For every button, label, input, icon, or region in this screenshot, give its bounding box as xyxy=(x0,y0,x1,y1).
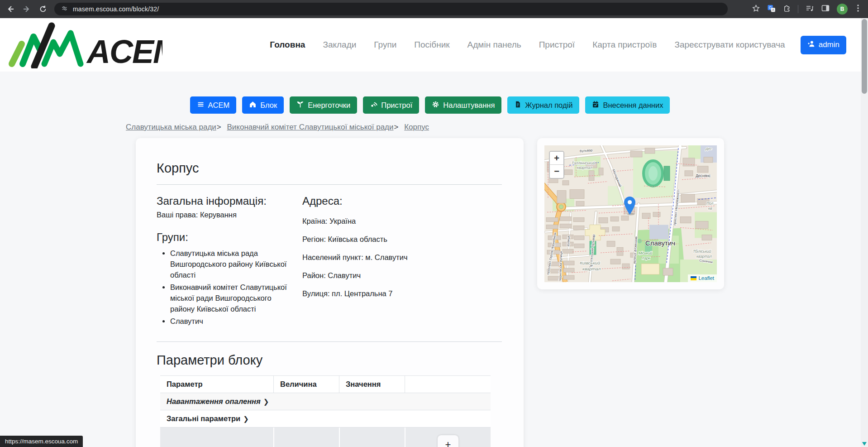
svg-text:A: A xyxy=(772,8,774,12)
nav-register-user[interactable]: Зареєструвати користувача xyxy=(674,40,785,50)
nav-holovna[interactable]: Головна xyxy=(270,40,305,50)
breadcrumb-link-rada[interactable]: Славутицька міська ради xyxy=(126,123,216,131)
site-info-icon[interactable] xyxy=(61,5,68,14)
map-label-pol-quarter: Пол xyxy=(706,201,714,206)
divider xyxy=(157,341,502,342)
devices-button[interactable]: Пристрої xyxy=(363,96,419,114)
page-title: Корпус xyxy=(157,161,502,176)
url-bar[interactable]: masem.escoua.com/block/32/ xyxy=(54,3,728,15)
map-attribution: Leaflet xyxy=(688,274,717,282)
nav-karta-prystroiv[interactable]: Карта пристроїв xyxy=(592,40,657,50)
groups-list: Славутицька міська рада Вишгородського р… xyxy=(157,248,295,327)
map-label-city-slavutych: Славутич xyxy=(645,239,675,247)
scrollbar-thumb[interactable] xyxy=(862,19,867,94)
back-icon[interactable] xyxy=(5,3,16,15)
admin-button-label: admin xyxy=(819,40,839,49)
nav-posibnyk[interactable]: Посібник xyxy=(414,40,449,50)
gear-icon xyxy=(432,101,439,110)
seedling-icon xyxy=(296,101,304,110)
col-parametr: Параметр xyxy=(160,375,273,393)
leaflet-map[interactable]: Таллiннський квартал бульвар Молодіжний … xyxy=(544,145,717,282)
map-zoom-in-button[interactable]: + xyxy=(550,152,563,165)
divider xyxy=(157,184,502,185)
col-empty xyxy=(405,375,491,393)
param-row-heating[interactable]: Навантаження опалення❯ xyxy=(160,393,491,410)
group-item: Славутич xyxy=(170,316,295,327)
map-label-city-park: парк xyxy=(642,256,651,260)
block-params-heading: Параметри блоку xyxy=(157,353,502,368)
home-icon xyxy=(249,101,257,110)
nav-admin-panel[interactable]: Адмін панель xyxy=(467,40,521,50)
address-heading: Адреса: xyxy=(302,195,502,207)
bookmark-star-icon[interactable] xyxy=(752,4,760,14)
extensions-icon[interactable] xyxy=(782,4,791,14)
map-label-tbiliskyi-quarter: квартал xyxy=(696,254,712,259)
map-label-tallinn-quarter: Таллiннський xyxy=(572,161,595,165)
address-district: Район: Славутич xyxy=(302,271,502,280)
map-label-tallinn-quarter: квартал xyxy=(577,165,592,170)
map-label-tbiliskyi-quarter: Тбіліський xyxy=(693,249,711,254)
admin-button[interactable]: admin xyxy=(801,36,846,54)
map-marker[interactable] xyxy=(624,196,636,216)
map-zoom-control: + − xyxy=(549,151,564,179)
params-header-row: Параметр Величина Значення xyxy=(160,375,491,393)
browser-chrome: masem.escoua.com/block/32/ GA B xyxy=(0,0,868,18)
address-country: Країна: Україна xyxy=(302,217,502,226)
nav-zaklady[interactable]: Заклади xyxy=(323,40,356,50)
page-scrollbar[interactable] xyxy=(861,18,868,447)
acem-button[interactable]: ACEM xyxy=(190,96,237,114)
breadcrumb-separator: > xyxy=(217,123,221,131)
chrome-menu-icon[interactable] xyxy=(854,4,862,14)
event-log-button[interactable]: Журнал подій xyxy=(507,96,579,114)
map-label-kyivskyi-quarter: Київський xyxy=(580,260,600,265)
map-label-kyivskyi-quarter: квартал xyxy=(582,266,601,271)
leaflet-attribution-link[interactable]: Leaflet xyxy=(698,275,714,281)
breadcrumb: Славутицька міська ради> Виконавчий комі… xyxy=(126,123,724,132)
logo[interactable]: ACEM xyxy=(6,21,162,68)
nav-hrupy[interactable]: Групи xyxy=(374,40,396,50)
add-param-button[interactable]: + xyxy=(438,435,458,447)
map-label-desnianskyi: Деснянс xyxy=(696,173,711,178)
block-button[interactable]: Блок xyxy=(242,96,284,114)
chevron-right-icon: ❯ xyxy=(263,398,269,405)
forward-icon[interactable] xyxy=(21,3,33,15)
settings-button[interactable]: Налаштування xyxy=(425,96,501,114)
address-region: Регіон: Київська область xyxy=(302,235,502,244)
col-velychyna: Величина xyxy=(273,375,339,393)
breadcrumb-separator: > xyxy=(394,123,399,131)
block-info-card: Корпус Загальна інформація: Ваші права: … xyxy=(136,138,524,447)
energy-points-button[interactable]: Енерготочки xyxy=(290,96,357,114)
side-panel-icon[interactable] xyxy=(821,4,830,14)
menu-icon xyxy=(197,101,205,110)
scroll-down-arrow-icon[interactable] xyxy=(862,442,867,446)
block-toolbar: ACEM Блок Енерготочки Пристрої Налаштува… xyxy=(136,96,724,114)
broadcast-icon xyxy=(370,101,377,110)
map-zoom-out-button[interactable]: − xyxy=(550,165,563,178)
main-nav: Головна Заклади Групи Посібник Адмін пан… xyxy=(270,40,785,50)
address-settlement: Населений пункт: м. Славутич xyxy=(302,253,502,262)
site-header: ACEM Головна Заклади Групи Посібник Адмі… xyxy=(0,18,868,72)
calendar-check-icon xyxy=(592,101,599,110)
map-label-pol-quarter: кв xyxy=(708,206,712,211)
ukraine-flag-icon xyxy=(691,276,696,280)
map-label-street: вулиця xyxy=(566,236,570,246)
params-table: Параметр Величина Значення Навантаження … xyxy=(160,375,491,447)
reload-icon[interactable] xyxy=(37,3,49,15)
col-znachennia: Значення xyxy=(339,375,405,393)
params-footer-row: + xyxy=(160,428,491,447)
breadcrumb-link-komitet[interactable]: Виконавчий комітет Славутицької міської … xyxy=(227,123,393,131)
param-row-general[interactable]: Загальні параметри❯ xyxy=(160,410,491,428)
chevron-right-icon: ❯ xyxy=(243,415,249,423)
status-bar-url: https://masem.escoua.com xyxy=(0,436,83,447)
reading-list-icon[interactable] xyxy=(805,4,814,14)
nav-prystroi[interactable]: Пристрої xyxy=(539,40,575,50)
data-entry-button[interactable]: Внесення данних xyxy=(585,96,670,114)
general-info-heading: Загальна інформація: xyxy=(157,195,302,207)
group-item: Виконавчий комітет Славутицької міської … xyxy=(170,282,295,315)
logo-text: ACEM xyxy=(86,34,162,68)
map-card: Таллiннський квартал бульвар Молодіжний … xyxy=(537,138,724,289)
breadcrumb-link-korpus[interactable]: Корпус xyxy=(404,123,429,131)
profile-avatar[interactable]: B xyxy=(837,4,848,14)
translate-icon[interactable]: GA xyxy=(767,4,776,14)
url-text: masem.escoua.com/block/32/ xyxy=(73,5,159,13)
